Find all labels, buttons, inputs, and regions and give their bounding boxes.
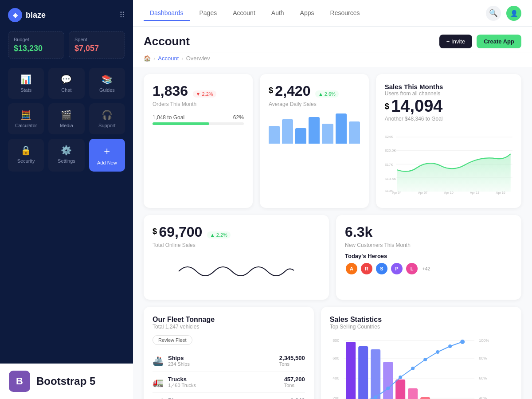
orders-label: Orders This Month [153,101,244,107]
bar-5 [322,124,333,144]
chat-icon: 💬 [61,74,72,85]
sidebar-item-stats[interactable]: 📊 Stats [8,68,44,99]
topnav: Dashboards Pages Account Auth Apps Resou… [133,0,532,27]
dollar-sign-2: $ [385,102,389,111]
svg-text:Apr 16: Apr 16 [496,191,505,195]
avg-sales-value-row: $ 2,420 ▲ 2.6% [269,83,360,99]
invite-button[interactable]: + Invite [439,35,472,48]
budget-value: $13,230 [14,44,59,53]
stats-icon: 📊 [20,74,31,85]
sidebar-item-guides[interactable]: 📚 Guides [89,68,125,99]
svg-point-34 [386,387,390,390]
total-sales-label: Total Online Sales [153,242,320,248]
svg-text:40%: 40% [479,396,487,399]
sales-big-row: $ 14,094 [385,97,512,116]
dashboard-area: 1,836 ▼ 2.2% Orders This Month 1,048 to … [133,67,532,399]
wavy-chart [153,254,320,289]
search-button[interactable]: 🔍 [486,6,501,21]
avg-sales-label: Average Daily Sales [269,101,360,107]
svg-text:200: 200 [332,396,339,399]
topnav-links: Dashboards Pages Account Auth Apps Resou… [144,6,366,21]
hero-avatar-1: A [345,262,358,275]
sidebar-item-support[interactable]: 🎧 Support [89,103,125,134]
svg-text:60%: 60% [479,376,487,380]
fleet-count: 1,460 Trucks [168,383,196,388]
nav-apps[interactable]: Apps [294,6,321,21]
nav-pages[interactable]: Pages [193,6,223,21]
svg-rect-27 [408,388,418,399]
logo-icon: ◈ [8,8,22,22]
new-customers-value: 6.3k [345,224,372,240]
sidebar-menu-icon[interactable]: ⠿ [119,10,125,20]
sidebar-item-label: Guides [99,87,115,93]
user-avatar[interactable]: 👤 [506,6,521,21]
sales-month-card: Sales This Months Users from all channel… [376,74,521,208]
budget-label: Budget [14,37,59,42]
budget-row: Budget $13,230 Spent $7,057 [8,31,125,59]
svg-text:800: 800 [332,338,339,343]
fleet-left: 🚛 Trucks 1,460 Trucks [153,376,196,388]
avg-sales-badge: ▲ 2.6% [315,90,339,98]
ships-icon: 🚢 [153,356,164,366]
svg-text:$17K: $17K [385,163,394,167]
svg-rect-28 [420,397,430,399]
svg-point-33 [374,395,377,399]
spent-value: $7,057 [74,44,119,53]
new-customers-label: New Customers This Month [345,242,512,248]
nav-account[interactable]: Account [227,6,262,21]
heroes-section: Today's Heroes A R S P L +42 [345,253,512,275]
avatar-row: A R S P L +42 [345,262,512,275]
add-icon: + [104,145,110,157]
sidebar-item-chat[interactable]: 💬 Chat [48,68,84,99]
bootstrap-badge: B Bootstrap 5 [0,364,133,399]
nav-auth[interactable]: Auth [265,6,290,21]
breadcrumb-account[interactable]: Account [158,55,179,62]
progress-pct: 62% [233,114,244,121]
bar-2 [282,119,293,144]
settings-icon: ⚙️ [61,145,72,156]
svg-point-35 [399,376,402,379]
fleet-title: Our Fleet Tonnage [153,316,305,324]
sidebar-item-media[interactable]: 🎬 Media [48,103,84,134]
budget-card: Budget $13,230 [8,31,64,59]
dollar-sign-3: $ [153,227,157,236]
bar-3 [295,128,306,144]
sidebar-item-label: Security [17,158,35,164]
hero-avatar-3: S [375,262,388,275]
orders-value: 1,836 [153,83,188,99]
fleet-sub: Total 1,247 vehicles [153,324,305,330]
metrics-row-1: 1,836 ▼ 2.2% Orders This Month 1,048 to … [144,74,521,208]
sales-stats-card: Sales Statistics Top Selling Countries 8… [321,307,521,399]
fleet-row-trucks: 🚛 Trucks 1,460 Trucks 457,200 Tons [153,372,305,393]
hero-avatar-4: P [390,262,403,275]
svg-text:$20.5K: $20.5K [385,149,396,153]
create-app-button[interactable]: Create App [477,35,521,48]
total-sales-card: $ 69,700 ▲ 2.2% Total Online Sales [144,215,329,300]
svg-text:400: 400 [332,376,339,380]
nav-dashboards[interactable]: Dashboards [144,6,190,21]
spent-card: Spent $7,057 [69,31,125,59]
fleet-row-planes: ✈️ Planes 8 Aircrafts 1,240 Tons [153,393,305,399]
calculator-icon: 🧮 [20,110,31,120]
sidebar-item-security[interactable]: 🔒 Security [8,139,44,172]
nav-resources[interactable]: Resources [324,6,366,21]
sidebar-item-add-new[interactable]: + Add New [89,139,125,172]
sidebar-item-label: Add New [97,160,117,165]
topnav-right: 🔍 👤 [486,6,521,21]
avg-sales-card: $ 2,420 ▲ 2.6% Average Daily Sales [260,74,369,208]
fleet-value: 1,240 [290,397,305,399]
media-icon: 🎬 [61,110,72,120]
sidebar-header: ◈ blaze ⠿ [8,8,125,22]
svg-text:Apr 04: Apr 04 [392,191,401,195]
progress-bar-bg [153,122,244,125]
sales-line-chart: $24K $20.5K $17K $13.5K $10K [385,126,512,197]
sidebar-item-settings[interactable]: ⚙️ Settings [48,139,84,172]
svg-point-38 [436,350,439,354]
bar-6 [336,113,347,144]
fleet-row-ships: 🚢 Ships 234 Ships 2,345,500 Tons [153,350,305,372]
review-fleet-button[interactable]: Review Fleet [153,335,192,345]
sidebar-item-calculator[interactable]: 🧮 Calculator [8,103,44,134]
fleet-name: Ships [168,355,190,361]
sales-goal-text: Another $48,346 to Goal [385,116,512,122]
page-title: Account [144,35,190,48]
